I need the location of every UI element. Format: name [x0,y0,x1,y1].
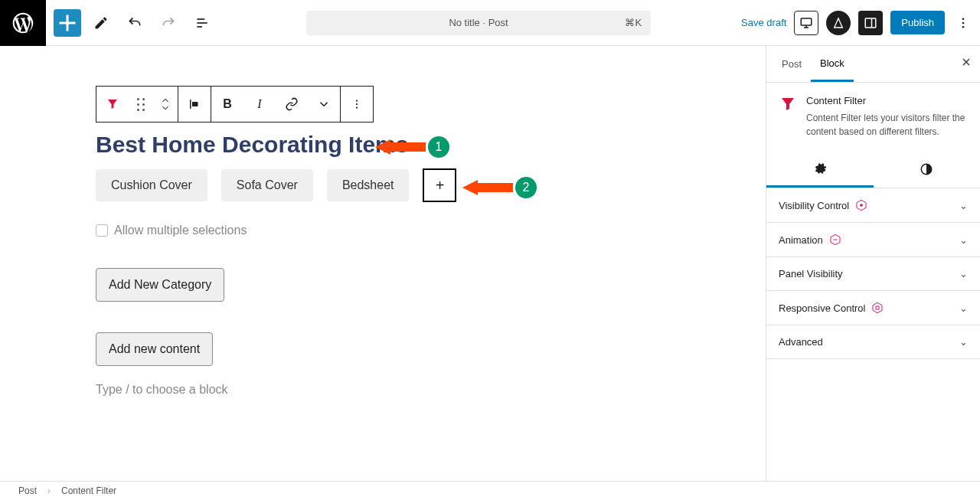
dots-vertical-icon [956,16,970,30]
chevron-down-icon: ⌄ [959,268,968,279]
funnel-icon [106,97,119,111]
save-draft-button[interactable]: Save draft [741,17,786,28]
block-description: Content Filter lets your visitors filter… [806,111,968,139]
undo-button[interactable] [121,9,149,37]
panel-label: Animation [779,234,823,246]
block-more-button[interactable] [341,87,373,122]
sidebar-icon [864,16,877,30]
command-shortcut: ⌘K [625,17,642,28]
svg-rect-4 [866,18,877,28]
edit-tool-button[interactable] [87,9,115,37]
svg-rect-1 [197,22,207,24]
panel-label: Panel Visibility [779,268,843,279]
chevron-down-icon: ⌄ [959,336,968,348]
top-toolbar: No title · Post ⌘K Save draft Publish [0,0,980,46]
chevron-down-icon [160,104,171,112]
funnel-icon [779,95,797,113]
add-category-button[interactable]: Add New Category [96,268,224,302]
block-name: Content Filter [806,95,968,106]
block-type-button[interactable] [96,87,129,122]
bold-button[interactable]: B [211,87,243,122]
svg-point-12 [356,103,358,105]
astra-icon [832,17,844,29]
move-updown[interactable] [153,87,178,122]
document-title-bar: No title · Post ⌘K [216,11,741,35]
block-info: Content Filter Content Filter lets your … [766,83,980,151]
panel-label: Visibility Control [779,200,849,211]
allow-multiple-row[interactable]: Allow multiple selections [96,224,766,237]
filter-chip[interactable]: Bedsheet [327,169,410,201]
filter-chip[interactable]: Cushion Cover [96,169,207,201]
add-content-button[interactable]: Add new content [96,332,213,366]
wordpress-icon [11,11,35,35]
checkbox-icon[interactable] [96,224,108,237]
preview-button[interactable] [794,11,818,35]
svg-rect-9 [190,100,191,109]
panel-label: Responsive Control [779,302,865,314]
add-chip-button[interactable]: + [423,168,456,202]
panel-panel-visibility[interactable]: Panel Visibility ⌄ [766,257,980,291]
contrast-icon [920,162,933,176]
top-right-tools: Save draft Publish [741,11,980,35]
link-button[interactable] [276,87,308,122]
svg-point-16 [861,204,863,207]
chevron-up-icon [160,96,171,104]
editor-area: B I Best Home Decorating Items Cushion C… [0,46,766,481]
block-placeholder[interactable]: Type / to choose a block [96,383,766,397]
allow-multiple-label: Allow multiple selections [114,224,247,237]
chevron-down-icon [317,97,331,111]
panel-animation[interactable]: Animation ⌄ [766,223,980,257]
drag-handle[interactable] [129,87,153,122]
redo-button[interactable] [155,9,182,37]
more-options-button[interactable] [952,11,974,35]
wordpress-logo[interactable] [0,0,46,46]
svg-point-8 [962,25,965,28]
dots-vertical-icon [350,97,364,111]
block-sub-tabs [766,151,980,188]
chevron-down-icon: ⌄ [959,302,968,314]
svg-point-6 [962,18,965,20]
panel-label: Advanced [779,336,823,348]
document-title-input[interactable]: No title · Post ⌘K [306,11,651,35]
svg-point-13 [356,106,358,108]
close-sidebar-button[interactable] [960,56,972,72]
chevron-right-icon: › [47,485,51,496]
svg-rect-10 [192,102,198,106]
top-left-tools [46,9,216,37]
svg-point-11 [356,100,358,101]
panel-visibility-control[interactable]: Visibility Control ⌄ [766,188,980,223]
astra-button[interactable] [826,11,851,35]
align-icon [188,97,201,111]
desktop-icon [799,16,813,30]
chevron-down-icon: ⌄ [959,234,968,246]
italic-button[interactable]: I [243,87,276,122]
svg-point-7 [962,21,965,24]
sidebar-tabs: Post Block [766,46,980,83]
undo-icon [127,15,142,31]
redo-icon [161,15,176,31]
settings-sidebar: Post Block Content Filter Content Filter… [766,46,980,481]
publish-button[interactable]: Publish [890,11,945,34]
add-block-button[interactable] [54,9,81,37]
more-format-button[interactable] [308,87,340,122]
breadcrumb-post[interactable]: Post [18,485,37,496]
body-wrap: B I Best Home Decorating Items Cushion C… [0,46,980,481]
panel-advanced[interactable]: Advanced ⌄ [766,325,980,359]
content-filter-heading[interactable]: Best Home Decorating Items [96,132,766,158]
pencil-icon [93,15,109,31]
breadcrumb: Post › Content Filter [0,481,980,500]
sidebar-toggle-button[interactable] [858,11,883,35]
tab-post[interactable]: Post [773,47,811,80]
eye-hex-icon [855,199,867,211]
list-icon [194,15,210,31]
align-button[interactable] [178,87,211,122]
breadcrumb-block[interactable]: Content Filter [61,485,116,496]
list-view-button[interactable] [188,9,216,37]
svg-rect-19 [876,306,879,309]
settings-subtab[interactable] [766,151,874,188]
styles-subtab[interactable] [874,151,981,188]
panel-responsive-control[interactable]: Responsive Control ⌄ [766,291,980,325]
link-icon [285,97,299,111]
tab-block[interactable]: Block [811,47,854,82]
filter-chip[interactable]: Sofa Cover [221,169,313,201]
